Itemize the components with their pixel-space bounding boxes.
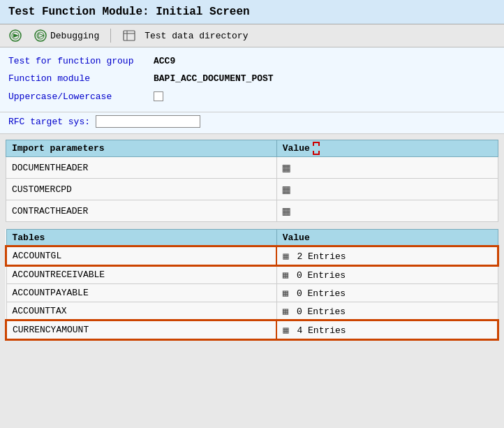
uppercase-label: Uppercase/Lowercase [8,89,148,105]
tables-value-header: Value [276,230,498,247]
main-content: Import parameters Value DOCUMENTHEADER ▦… [0,134,504,353]
uppercase-row: Uppercase/Lowercase [8,89,496,105]
entries-cell[interactable]: ▦ 4 Entries [276,320,498,339]
value-cell[interactable]: ▦ [276,179,498,200]
import-value-header: Value [276,140,498,157]
entry-count: 0 [297,288,302,299]
entries-cell[interactable]: ▦ 2 Entries [276,246,498,265]
struct-icon: ▦ [283,183,290,197]
import-table-body: DOCUMENTHEADER ▦ CUSTOMERCPD ▦ CONTRACTH… [6,157,498,222]
struct-icon: ▦ [283,205,290,219]
table-name-cell: ACCOUNTGL [6,246,276,265]
main-window: Test Function Module: Initial Screen De [0,0,504,428]
entries-label: Entries [308,251,346,262]
entries-cell[interactable]: ▦ 0 Entries [276,302,498,321]
value-border-indicator [313,142,320,155]
table-icon: ▦ [283,325,288,336]
param-name-cell: CONTRACTHEADER [6,200,277,222]
toolbar: Debugging Test data directory [0,24,504,47]
param-name-cell: CUSTOMERCPD [6,179,277,200]
uppercase-checkbox[interactable] [154,91,163,101]
tables-section: Tables Value ACCOUNTGL ▦ 2 Entries ACCOU… [6,229,498,340]
import-param-header: Import parameters [6,140,277,157]
table-icon: ▦ [283,251,288,262]
svg-rect-4 [124,31,135,40]
import-parameters-section: Import parameters Value DOCUMENTHEADER ▦… [6,140,498,222]
function-group-row: Test for function group ACC9 [8,53,496,69]
debugging-icon [34,29,47,43]
tables-table: Tables Value ACCOUNTGL ▦ 2 Entries ACCOU… [6,229,498,340]
import-header-row: Import parameters Value [6,140,498,157]
entry-count: 0 [297,307,302,317]
function-module-label: Function module [8,71,148,87]
table-row: CUSTOMERCPD ▦ [6,179,498,200]
execute-button[interactable] [6,27,25,44]
entry-count: 4 [297,325,302,336]
function-module-row: Function module BAPI_ACC_DOCUMENT_POST [8,71,496,87]
param-name-cell: DOCUMENTHEADER [6,157,277,179]
table-name-cell: ACCOUNTPAYABLE [6,284,276,302]
import-value-header-text: Value [283,143,310,154]
entries-label: Entries [308,270,346,281]
tables-table-body: ACCOUNTGL ▦ 2 Entries ACCOUNTRECEIVABLE … [6,246,498,339]
entry-count: 2 [297,251,302,262]
table-name-cell: ACCOUNTRECEIVABLE [6,265,276,284]
entry-count: 0 [297,270,302,281]
entries-cell[interactable]: ▦ 0 Entries [276,265,498,284]
title-bar: Test Function Module: Initial Screen [0,0,504,24]
test-data-icon [122,29,136,43]
table-name-cell: CURRENCYAMOUNT [6,320,276,339]
table-icon: ▦ [283,306,288,317]
function-group-value: ACC9 [154,53,175,69]
value-cell[interactable]: ▦ [276,200,498,222]
function-module-value: BAPI_ACC_DOCUMENT_POST [154,71,274,87]
rfc-section: RFC target sys: [0,112,504,134]
test-data-icon-button[interactable] [119,27,139,44]
table-name-cell: ACCOUNTTAX [6,302,276,321]
debugging-button[interactable]: Debugging [31,27,102,44]
rfc-row: RFC target sys: [8,115,496,128]
function-group-label: Test for function group [8,53,148,69]
entries-label: Entries [308,307,346,317]
table-row: ACCOUNTGL ▦ 2 Entries [6,246,498,265]
table-row: DOCUMENTHEADER ▦ [6,157,498,179]
table-row: ACCOUNTPAYABLE ▦ 0 Entries [6,284,498,302]
rfc-input[interactable] [96,115,200,128]
tables-header-row: Tables Value [6,230,498,247]
entries-label: Entries [308,325,346,336]
table-row: CURRENCYAMOUNT ▦ 4 Entries [6,320,498,339]
test-data-directory-label: Test data directory [144,31,248,41]
entries-cell[interactable]: ▦ 0 Entries [276,284,498,302]
table-row: ACCOUNTTAX ▦ 0 Entries [6,302,498,321]
table-row: ACCOUNTRECEIVABLE ▦ 0 Entries [6,265,498,284]
struct-icon: ▦ [283,161,290,175]
table-icon: ▦ [283,288,288,299]
info-section: Test for function group ACC9 Function mo… [0,47,504,112]
toolbar-sep [110,29,111,43]
debugging-label: Debugging [50,31,99,41]
value-cell[interactable]: ▦ [276,157,498,179]
window-title: Test Function Module: Initial Screen [8,6,250,18]
entries-label: Entries [308,288,346,299]
import-parameters-table: Import parameters Value DOCUMENTHEADER ▦… [6,140,498,222]
tables-param-header: Tables [6,230,276,247]
table-icon: ▦ [283,270,288,281]
table-row: CONTRACTHEADER ▦ [6,200,498,222]
execute-icon [8,29,22,43]
rfc-label: RFC target sys: [8,117,90,127]
